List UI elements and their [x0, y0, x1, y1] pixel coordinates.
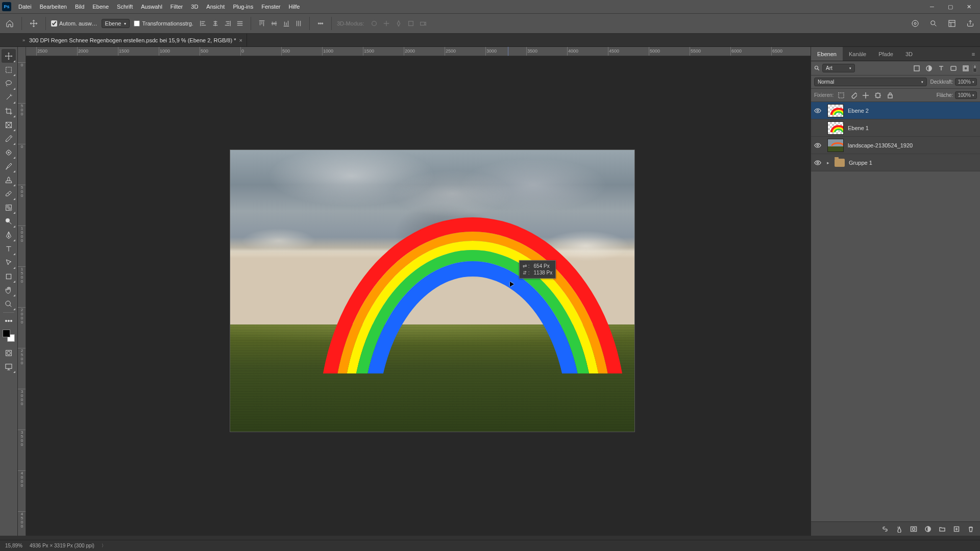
layer-thumbnail[interactable]	[827, 139, 844, 152]
link-layers-button[interactable]	[880, 524, 890, 534]
window-close-button[interactable]: ✕	[960, 0, 978, 13]
more-align-button[interactable]	[315, 18, 326, 29]
panel-menu-button[interactable]: ≡	[967, 47, 980, 61]
delete-layer-button[interactable]	[966, 524, 976, 534]
tab-layers[interactable]: Ebenen	[811, 47, 843, 61]
filter-smart-icon[interactable]	[961, 63, 971, 73]
filter-type-icon[interactable]	[936, 63, 946, 73]
menu-layer[interactable]: Ebene	[88, 0, 113, 13]
close-tab-button[interactable]: ×	[239, 37, 242, 43]
layer-filter-kind-value[interactable]	[826, 65, 846, 71]
lock-all-button[interactable]	[886, 91, 895, 100]
tab-channels[interactable]: Kanäle	[843, 47, 872, 61]
quick-mask-button[interactable]	[2, 346, 16, 360]
layer-filter-kind-select[interactable]: ▾	[822, 64, 855, 72]
frame-tool[interactable]	[2, 118, 16, 132]
layer-name[interactable]: Ebene 2	[848, 108, 869, 114]
share-icon[interactable]	[964, 17, 977, 30]
layer-mask-button[interactable]	[909, 524, 919, 534]
menu-plugins[interactable]: Plug-ins	[229, 0, 257, 13]
menu-view[interactable]: Ansicht	[202, 0, 229, 13]
menu-window[interactable]: Fenster	[257, 0, 284, 13]
hand-tool[interactable]	[2, 283, 16, 297]
marquee-tool[interactable]	[2, 63, 16, 77]
group-expand-chevron[interactable]: ▸	[824, 160, 831, 165]
layer-visibility-toggle[interactable]	[811, 124, 824, 132]
move-tool-icon[interactable]	[27, 17, 40, 30]
layer-thumbnail[interactable]	[827, 104, 844, 117]
distribute-v-button[interactable]	[293, 18, 304, 29]
layer-name[interactable]: landscape-2130524_1920	[848, 142, 913, 148]
transform-controls-checkbox[interactable]: Transformationsstrg.	[134, 20, 193, 27]
menu-edit[interactable]: Bearbeiten	[36, 0, 71, 13]
new-group-button[interactable]	[937, 524, 947, 534]
text-tool[interactable]	[2, 242, 16, 256]
home-button[interactable]	[3, 17, 16, 30]
adjustment-layer-button[interactable]	[923, 524, 933, 534]
document-tab[interactable]: » 300 DPI Regen Schnee Regenbogen erstel…	[18, 34, 247, 46]
lock-artboard-button[interactable]	[873, 91, 883, 100]
canvas-area[interactable]: ⇄ :654 Px ⇵ :1138 Px	[26, 56, 811, 536]
layer-row[interactable]: landscape-2130524_1920	[811, 137, 980, 154]
edit-toolbar-button[interactable]	[2, 314, 16, 328]
menu-filter[interactable]: Filter	[166, 0, 187, 13]
new-layer-button[interactable]	[951, 524, 962, 534]
eraser-tool[interactable]	[2, 187, 16, 201]
menu-image[interactable]: Bild	[71, 0, 88, 13]
clone-stamp-tool[interactable]	[2, 173, 16, 187]
workspace-icon[interactable]	[945, 17, 959, 30]
status-zoom[interactable]: 15,89%	[5, 543, 22, 548]
filter-toggle-switch[interactable]	[973, 64, 977, 72]
layer-visibility-toggle[interactable]	[811, 159, 824, 166]
layer-thumbnail[interactable]	[827, 121, 844, 135]
menu-select[interactable]: Auswahl	[137, 0, 166, 13]
color-swatches[interactable]	[3, 330, 15, 342]
search-icon[interactable]	[927, 17, 940, 30]
layer-name[interactable]: Ebene 1	[848, 125, 869, 131]
rainbow-layer[interactable]	[319, 217, 626, 432]
align-right-button[interactable]	[222, 18, 233, 29]
status-chevron-icon[interactable]: 〉	[102, 543, 106, 548]
magic-wand-tool[interactable]	[2, 90, 16, 104]
zoom-tool[interactable]	[2, 297, 16, 311]
document-canvas[interactable]: ⇄ :654 Px ⇵ :1138 Px	[230, 150, 634, 432]
filter-pixel-icon[interactable]	[912, 63, 922, 73]
align-bottom-button[interactable]	[281, 18, 292, 29]
gradient-tool[interactable]	[2, 201, 16, 214]
menu-3d[interactable]: 3D	[187, 0, 202, 13]
window-maximize-button[interactable]: ▢	[941, 0, 960, 13]
layer-row[interactable]: Ebene 2	[811, 102, 980, 119]
align-left-button[interactable]	[198, 18, 209, 29]
menu-type[interactable]: Schrift	[113, 0, 137, 13]
shape-tool[interactable]	[2, 269, 16, 283]
layer-row[interactable]: Ebene 1	[811, 119, 980, 137]
tab-3d[interactable]: 3D	[899, 47, 919, 61]
fill-control[interactable]: Fläche: 100%▾	[937, 91, 977, 99]
lock-position-button[interactable]	[861, 91, 870, 100]
layer-visibility-toggle[interactable]	[811, 142, 824, 149]
pen-tool[interactable]	[2, 228, 16, 242]
crop-tool[interactable]	[2, 104, 16, 118]
lasso-tool[interactable]	[2, 77, 16, 90]
status-docinfo[interactable]: 4936 Px × 3319 Px (300 ppi)	[30, 543, 94, 548]
menu-help[interactable]: Hilfe	[284, 0, 304, 13]
opacity-control[interactable]: Deckkraft: 100%▾	[930, 78, 977, 86]
move-tool[interactable]	[2, 49, 16, 63]
healing-brush-tool[interactable]	[2, 145, 16, 159]
filter-shape-icon[interactable]	[948, 63, 959, 73]
cloud-docs-icon[interactable]	[909, 17, 922, 30]
eyedropper-tool[interactable]	[2, 132, 16, 145]
tab-paths[interactable]: Pfade	[872, 47, 899, 61]
screen-mode-button[interactable]	[2, 360, 16, 373]
align-center-v-button[interactable]	[268, 18, 280, 29]
auto-select-checkbox[interactable]: Autom. ausw…	[51, 20, 97, 27]
window-minimize-button[interactable]: ─	[923, 0, 941, 13]
dodge-tool[interactable]	[2, 214, 16, 228]
layer-visibility-toggle[interactable]	[811, 107, 824, 114]
blend-mode-select[interactable]: Normal ▾	[814, 78, 927, 86]
layer-row[interactable]: ▸Gruppe 1	[811, 154, 980, 171]
lock-pixels-button[interactable]	[849, 91, 858, 100]
brush-tool[interactable]	[2, 159, 16, 173]
menu-file[interactable]: Datei	[14, 0, 36, 13]
align-center-h-button[interactable]	[210, 18, 221, 29]
